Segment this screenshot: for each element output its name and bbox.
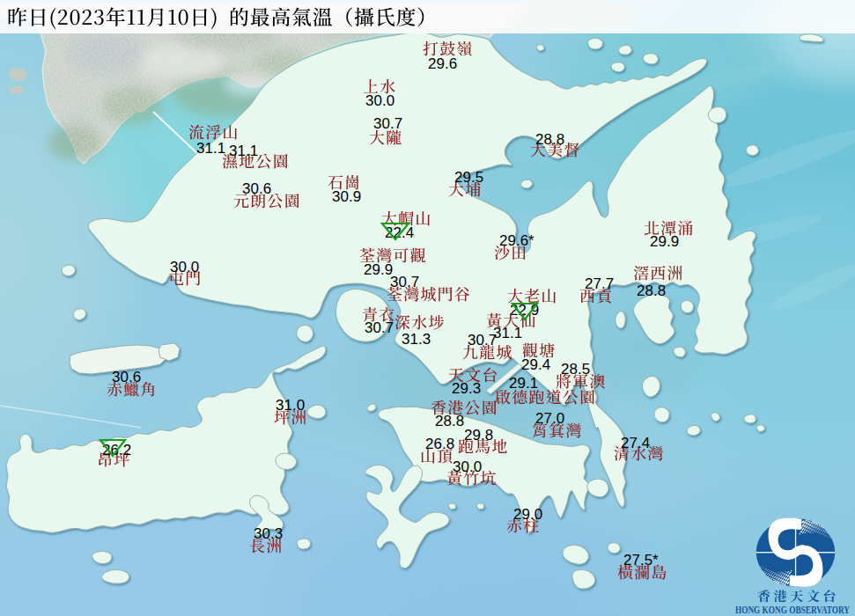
svg-text:30.0: 30.0 [365,92,394,109]
svg-text:28.8: 28.8 [535,131,564,148]
svg-text:30.7: 30.7 [365,319,394,336]
svg-text:31.1: 31.1 [493,325,522,341]
svg-text:29.8: 29.8 [464,427,493,444]
svg-text:30.7: 30.7 [390,274,419,290]
svg-text:27.5*: 27.5* [623,552,659,568]
svg-text:29.5: 29.5 [454,169,483,186]
svg-text:29.3: 29.3 [452,380,481,397]
svg-text:30.0: 30.0 [453,458,482,475]
svg-text:31.3: 31.3 [402,331,431,348]
svg-text:HONG KONG OBSERVATORY: HONG KONG OBSERVATORY [735,604,850,616]
svg-text:31.1: 31.1 [229,143,258,159]
svg-text:29.6: 29.6 [428,55,457,72]
svg-text:30.7: 30.7 [468,332,497,348]
svg-text:30.3: 30.3 [254,525,283,542]
svg-text:30.7: 30.7 [373,115,402,132]
svg-text:28.8: 28.8 [435,413,464,429]
svg-text:30.0: 30.0 [170,259,199,275]
svg-text:27.4: 27.4 [621,435,650,451]
svg-text:30.9: 30.9 [332,188,361,205]
svg-text:27.7: 27.7 [585,275,614,292]
svg-text:27.0: 27.0 [535,410,564,427]
svg-text:31.1: 31.1 [196,140,225,157]
svg-text:30.6: 30.6 [242,180,271,197]
svg-text:29.1: 29.1 [509,375,538,392]
svg-text:29.9: 29.9 [364,261,393,278]
svg-text:28.8: 28.8 [637,282,666,299]
svg-text:29.6*: 29.6* [499,232,534,249]
svg-text:29.9: 29.9 [650,233,679,250]
svg-text:28.5: 28.5 [561,361,590,378]
svg-text:29.4: 29.4 [521,356,550,373]
svg-text:29.0: 29.0 [513,506,542,523]
svg-text:26.8: 26.8 [425,436,454,452]
svg-text:30.6: 30.6 [112,369,141,385]
svg-text:31.0: 31.0 [276,397,305,414]
